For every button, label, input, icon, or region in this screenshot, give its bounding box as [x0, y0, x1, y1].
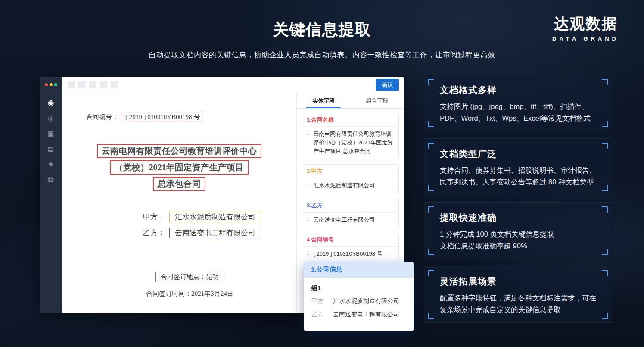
popup-row-label: 乙方	[311, 311, 324, 319]
feature-title: 文档类型广泛	[440, 148, 596, 160]
field-label: 4.合同编号	[302, 233, 398, 247]
popup-body: 组1 甲方 汇水水泥质制造有限公司 乙方 云南送变电工程有限公司	[304, 278, 414, 331]
feature-title: 文档格式多样	[440, 84, 596, 96]
panel-tabs: 实体字段 组合字段	[297, 93, 404, 109]
feature-card-formats: 文档格式多样 支持图片 (jpg、jpeg、bmp、tif、tiff)、扫描件、…	[424, 75, 612, 131]
toolbar-icon	[100, 81, 107, 88]
party-a-line: 甲方：汇水水泥质制造有限公司	[143, 212, 261, 222]
field-value[interactable]: 1. [ 2019 ] 010310YB00198 号	[302, 247, 398, 262]
corner-bracket-icon	[428, 249, 434, 255]
contract-title-line-3[interactable]: 总承包合同	[153, 177, 205, 191]
image-icon[interactable]: ▦	[48, 175, 54, 182]
field-value-text: 云南电网有限责任公司教育培训评价中心（党校）2021年固定资产生产项目 总承包合…	[313, 130, 394, 156]
corner-bracket-icon	[602, 206, 608, 213]
page-header: 关键信息提取 自动提取文档内容的关键信息，协助企业人员完成自动填表、内容一致性检…	[0, 19, 644, 60]
party-b-line: 乙方：云南送变电工程有限公司	[143, 228, 261, 238]
field-value-text: [ 2019 ] 010310YB00198 号	[313, 250, 382, 258]
extract-icon[interactable]: ◉	[48, 99, 54, 106]
corner-bracket-icon	[428, 206, 434, 213]
field-value-text: 云南送变电工程有限公司	[313, 216, 375, 224]
minimize-button[interactable]	[50, 83, 53, 86]
field-value-index: 1.	[307, 130, 311, 156]
logo-text-en: DATA GRAND	[552, 35, 619, 42]
party-b-label: 乙方：	[143, 229, 165, 237]
close-button[interactable]	[45, 83, 48, 86]
contract-no-line: 合同编号：[ 2019 ] 010310YB00198 号	[86, 113, 203, 121]
feature-desc-line: 文档信息提取准确率超 90%	[440, 240, 596, 252]
field-value[interactable]: 1. 云南电网有限责任公司教育培训评价中心（党校）2021年固定资产生产项目 总…	[302, 127, 398, 159]
layout-icon[interactable]: ▤	[48, 145, 54, 152]
corner-bracket-icon	[428, 185, 434, 191]
corner-bracket-icon	[428, 79, 434, 85]
sign-time-line: 合同签订时间：2021年3月24日	[72, 290, 296, 298]
document-page: 合同编号：[ 2019 ] 010310YB00198 号 云南电网有限责任公司…	[62, 93, 296, 313]
contract-title-line-1[interactable]: 云南电网有限责任公司教育培训评价中心	[97, 144, 261, 158]
app-sidebar: ◉ ◎ ▣ ▤ ◈ ▦	[40, 77, 62, 313]
popup-row-label: 甲方	[311, 297, 324, 305]
feature-desc-line: 支持合同、债券募集书、招股说明书、审计报告、	[440, 165, 596, 176]
brand-logo: 达观数据 DATA GRAND	[552, 14, 619, 42]
corner-bracket-icon	[602, 143, 608, 149]
toolbar-icon	[78, 81, 86, 88]
feature-title: 提取快速准确	[440, 212, 596, 224]
shield-icon[interactable]: ◈	[48, 160, 53, 167]
confirm-button[interactable]: 确认	[376, 79, 399, 91]
field-card-contract-name: 1.合同名称 1. 云南电网有限责任公司教育培训评价中心（党校）2021年固定资…	[302, 113, 399, 159]
toolbar-icon	[111, 81, 118, 88]
zoom-button[interactable]	[54, 83, 57, 86]
gear-icon[interactable]: ◎	[48, 115, 53, 122]
corner-bracket-icon	[602, 79, 608, 85]
feature-desc-line: PDF、Word、Txt、Wps、Excel等常见文档格式	[440, 113, 596, 124]
feature-desc-line: 配置多种字段特征，满足各种文档标注需求，可在	[440, 292, 596, 304]
page-subtitle: 自动提取文档内容的关键信息，协助企业人员完成自动填表、内容一致性检查等工作，让审…	[0, 50, 644, 60]
toolbar-icon	[68, 81, 75, 88]
party-b-highlight[interactable]: 云南送变电工程有限公司	[169, 228, 261, 238]
app-toolbar: 确认	[62, 77, 404, 93]
toolbar-icon	[89, 81, 96, 88]
corner-bracket-icon	[602, 313, 608, 319]
popup-row-value: 云南送变电工程有限公司	[333, 311, 399, 319]
contract-no-label: 合同编号：	[86, 113, 118, 120]
feature-card-doc-types: 文档类型广泛 支持合同、债券募集书、招股说明书、审计报告、 民事判决书、人事变动…	[424, 138, 612, 195]
field-card-contract-no: 4.合同编号 1. [ 2019 ] 010310YB00198 号	[302, 233, 399, 262]
feature-card-flexible: 灵活拓展场景 配置多种字段特征，满足各种文档标注需求，可在 复杂场景中完成自定义…	[424, 266, 612, 323]
tab-combined-fields[interactable]: 组合字段	[351, 93, 404, 108]
field-label: 2.甲方	[302, 165, 398, 178]
field-value-text: 汇水水泥质制造有限公司	[313, 181, 375, 190]
feature-desc-line: 民事判决书、人事变动公告等超过 80 种文档类型	[440, 176, 596, 188]
contract-title: 云南电网有限责任公司教育培训评价中心 （党校）2021年固定资产生产项目 总承包…	[62, 144, 296, 193]
field-value-index: 1.	[307, 216, 311, 224]
corner-bracket-icon	[428, 270, 434, 276]
corner-bracket-icon	[428, 121, 434, 127]
field-value[interactable]: 1. 云南送变电工程有限公司	[302, 213, 398, 228]
contract-title-line-2[interactable]: （党校）2021年固定资产生产项目	[110, 160, 249, 175]
page-title: 关键信息提取	[0, 19, 644, 41]
popup-title[interactable]: 1.公司信息	[304, 262, 414, 278]
field-label: 3.乙方	[302, 199, 398, 213]
page: 关键信息提取 自动提取文档内容的关键信息，协助企业人员完成自动填表、内容一致性检…	[0, 0, 644, 347]
corner-bracket-icon	[428, 143, 434, 149]
toolbar-placeholder-icons	[68, 81, 118, 88]
contract-no-highlight[interactable]: [ 2019 ] 010310YB00198 号	[122, 113, 203, 121]
camera-icon[interactable]: ▣	[48, 130, 54, 137]
feature-card-speed: 提取快速准确 1 分钟完成 100 页文档关键信息提取 文档信息提取准确率超 9…	[424, 202, 612, 259]
sidebar-icon-list: ◉ ◎ ▣ ▤ ◈ ▦	[40, 99, 62, 182]
tab-entity-fields[interactable]: 实体字段	[297, 93, 351, 108]
logo-text-cn: 达观数据	[552, 14, 619, 34]
popup-row-party-a: 甲方 汇水水泥质制造有限公司	[311, 297, 406, 305]
company-info-popup: 1.公司信息 组1 甲方 汇水水泥质制造有限公司 乙方 云南送变电工程有限公司	[304, 262, 414, 331]
feature-desc-line: 支持图片 (jpg、jpeg、bmp、tif、tiff)、扫描件、	[440, 101, 596, 113]
field-label: 1.合同名称	[302, 113, 398, 127]
popup-group-label: 组1	[311, 284, 406, 292]
corner-bracket-icon	[602, 249, 608, 255]
field-card-party-a: 2.甲方 1. 汇水水泥质制造有限公司	[302, 164, 399, 194]
field-value-index: 1.	[307, 181, 311, 190]
sign-place-line: 合同签订地点：昆明	[72, 272, 296, 282]
popup-row-value: 汇水水泥质制造有限公司	[333, 297, 399, 305]
sign-place-highlight[interactable]: 合同签订地点：昆明	[155, 272, 224, 282]
field-value[interactable]: 1. 汇水水泥质制造有限公司	[302, 178, 398, 193]
window-controls	[40, 77, 62, 86]
party-a-label: 甲方：	[143, 213, 165, 221]
feature-title: 灵活拓展场景	[440, 275, 596, 288]
party-a-highlight[interactable]: 汇水水泥质制造有限公司	[169, 212, 261, 222]
